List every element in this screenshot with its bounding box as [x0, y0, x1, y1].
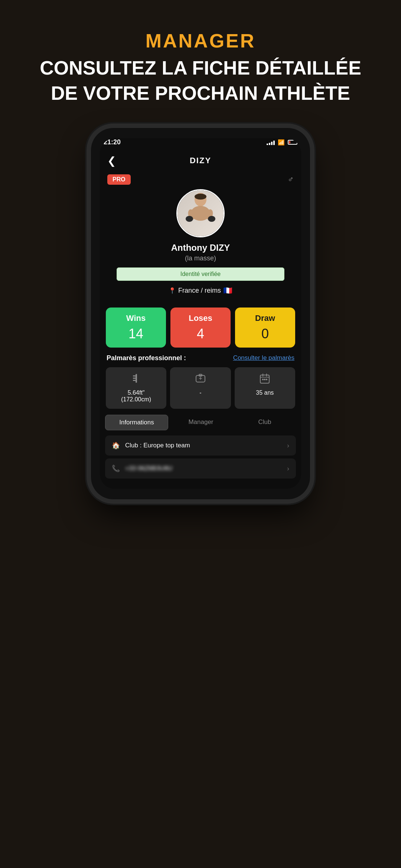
- stat-loses-card: Loses 4: [170, 308, 231, 348]
- svg-point-6: [208, 216, 215, 222]
- gender-icon: ♂: [288, 175, 294, 184]
- phone-arrow-icon: ›: [287, 465, 289, 473]
- svg-rect-15: [262, 379, 264, 380]
- back-button[interactable]: ❮: [107, 155, 116, 167]
- stat-wins-label: Wins: [126, 313, 146, 323]
- age-card: 35 ans: [235, 367, 295, 409]
- verified-badge: Identité verifiée: [117, 267, 284, 281]
- nav-title: DIZY: [190, 156, 211, 165]
- palmares-label: Palmarès professionnel :: [107, 354, 229, 362]
- phone-number: +33 06Z6B3U8U: [125, 465, 172, 472]
- info-item-phone-content: 📞 +33 06Z6B3U8U: [112, 464, 172, 473]
- stat-wins-card: Wins 14: [106, 308, 166, 348]
- tab-manager[interactable]: Manager: [170, 415, 232, 430]
- weight-icon: [195, 373, 206, 386]
- wifi-icon: 📶: [278, 139, 285, 146]
- weight-card: -: [170, 367, 231, 409]
- status-icons: 📶: [267, 139, 297, 146]
- stat-draw-card: Draw 0: [235, 308, 295, 348]
- tab-informations[interactable]: Informations: [105, 415, 168, 430]
- phone-frame: 21:20 📶 ❮ DIZY PRO: [91, 128, 310, 499]
- location-row: 📍 France / reims 🇫🇷: [169, 286, 232, 295]
- club-arrow-icon: ›: [287, 442, 289, 450]
- stat-draw-label: Draw: [255, 313, 275, 323]
- stat-loses-value: 4: [197, 326, 204, 342]
- header-subtitle-bold: CONSULTEZ: [40, 57, 156, 79]
- athlete-nickname: (la masse): [185, 254, 216, 262]
- club-text: Club : Europe top team: [125, 442, 190, 449]
- pro-badge-row: PRO ♂: [107, 174, 294, 185]
- info-item-phone[interactable]: 📞 +33 06Z6B3U8U ›: [105, 458, 296, 479]
- height-icon: [131, 373, 141, 386]
- club-icon: 🏠: [112, 441, 120, 450]
- info-list: 🏠 Club : Europe top team › 📞 +33 06Z6B3U…: [100, 435, 301, 479]
- phone-icon: 📞: [112, 464, 120, 473]
- stat-draw-value: 0: [261, 326, 269, 342]
- info-item-club[interactable]: 🏠 Club : Europe top team ›: [105, 435, 296, 456]
- height-value: 5.64ft"(172.00cm): [121, 389, 151, 403]
- age-icon: [260, 373, 270, 386]
- stat-loses-label: Loses: [189, 313, 212, 323]
- page-header: MANAGER CONSULTEZ LA FICHE DÉTAILLÉEDE V…: [40, 22, 361, 106]
- svg-rect-17: [266, 379, 267, 380]
- svg-point-7: [195, 194, 206, 200]
- location-text: France / reims: [178, 287, 221, 295]
- tab-bar: Informations Manager Club: [100, 415, 301, 430]
- header-manager-label: MANAGER: [40, 30, 361, 52]
- app-screen: 21:20 📶 ❮ DIZY PRO: [100, 138, 301, 489]
- status-bar: 21:20 📶: [100, 138, 301, 151]
- avatar-image: [177, 190, 224, 236]
- tab-club[interactable]: Club: [234, 415, 296, 430]
- signal-icon: [267, 140, 275, 145]
- weight-value: -: [199, 389, 201, 396]
- battery-icon: [288, 140, 297, 145]
- profile-section: PRO ♂: [100, 171, 301, 308]
- nav-bar: ❮ DIZY: [100, 151, 301, 171]
- flag-icon: 🇫🇷: [223, 286, 232, 295]
- svg-rect-10: [133, 378, 136, 379]
- stat-wins-value: 14: [128, 326, 143, 342]
- avatar: [176, 189, 225, 237]
- palmares-row: Palmarès professionnel : Consulter le pa…: [100, 354, 301, 367]
- pro-badge: PRO: [107, 174, 131, 185]
- physical-row: 5.64ft"(172.00cm) -: [100, 367, 301, 415]
- svg-point-5: [186, 216, 193, 222]
- svg-rect-16: [264, 379, 265, 380]
- svg-rect-11: [133, 380, 136, 381]
- stats-row: Wins 14 Loses 4 Draw 0: [100, 308, 301, 348]
- status-time: 21:20: [104, 138, 121, 146]
- header-subtitle: CONSULTEZ LA FICHE DÉTAILLÉEDE VOTRE PRO…: [40, 56, 361, 106]
- age-value: 35 ans: [256, 389, 274, 396]
- location-pin-icon: 📍: [169, 287, 176, 294]
- palmares-link[interactable]: Consulter le palmarès: [233, 354, 294, 362]
- fighter-silhouette: [182, 193, 219, 234]
- athlete-name: Anthony DIZY: [171, 243, 230, 253]
- info-item-club-content: 🏠 Club : Europe top team: [112, 441, 190, 450]
- svg-rect-9: [133, 375, 136, 377]
- svg-rect-8: [136, 374, 137, 383]
- height-card: 5.64ft"(172.00cm): [106, 367, 166, 409]
